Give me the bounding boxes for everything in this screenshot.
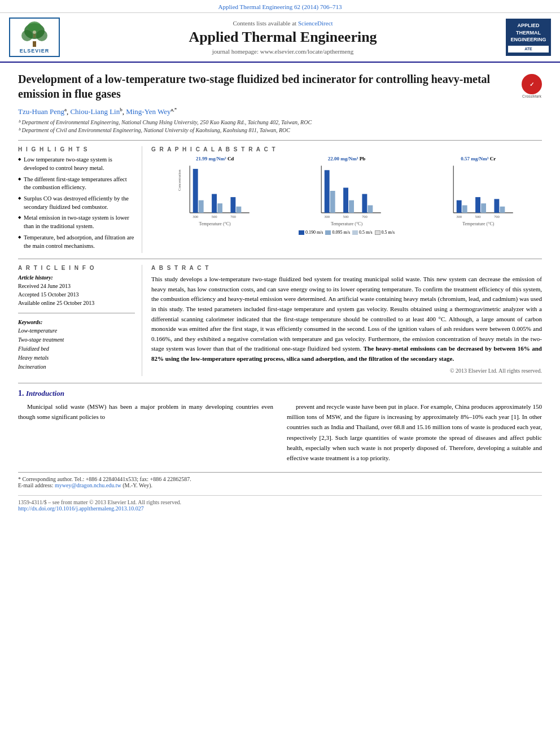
affiliation-a: ᵇ Department of Environmental Engineerin… [18, 119, 542, 126]
svg-text:500: 500 [212, 215, 218, 219]
article-info-section: A R T I C L E I N F O Article history: R… [18, 265, 142, 376]
svg-rect-14 [236, 207, 241, 213]
svg-rect-22 [330, 191, 335, 213]
doi-line: http://dx.doi.org/10.1016/j.applthermale… [18, 505, 542, 512]
svg-text:300: 300 [193, 215, 199, 219]
journal-homepage: journal homepage: www.elsevier.com/locat… [65, 48, 500, 55]
article-history-group: Article history: Received 24 June 2013 A… [18, 274, 135, 307]
cr-peak-label: 0.57 mg/Nm³ [461, 156, 488, 161]
affiliation-b: ᵇ Department of Civil and Environmental … [18, 126, 542, 134]
legend-swatch-2 [325, 230, 331, 235]
legend-item-4: 0.5 m/s [375, 230, 395, 235]
highlight-item: Metal emission in two-stage system is lo… [18, 214, 135, 230]
email-link[interactable]: mywey@dragon.nchu.edu.tw [55, 482, 121, 488]
doi-link[interactable]: http://dx.doi.org/10.1016/j.applthermale… [18, 505, 144, 512]
chart-pb: 22.00 mg/Nm³ Pb [283, 156, 410, 226]
legend-item-3: 0.5 m/s [352, 230, 373, 235]
article-title-block: ✓ CrossMark Development of a low-tempera… [18, 72, 542, 101]
thumb-line-3: ENGINEERING [508, 36, 549, 43]
highlight-item: Low temperature two-stage system is deve… [18, 156, 135, 172]
crossmark-badge[interactable]: ✓ CrossMark [522, 74, 542, 98]
svg-rect-9 [193, 169, 198, 213]
svg-rect-23 [343, 188, 348, 213]
svg-point-4 [28, 21, 41, 32]
intro-col-left: Municipal solid waste (MSW) has been a m… [18, 401, 273, 463]
received-date: Received 24 June 2013 [18, 282, 135, 290]
keyword-3: Fluidized bed [18, 344, 135, 353]
affiliations: ᵇ Department of Environmental Engineerin… [18, 119, 542, 134]
svg-rect-25 [362, 194, 368, 213]
legend-item-1: 0.190 m/s [299, 230, 323, 235]
journal-thumbnail: APPLIED THERMAL ENGINEERING ATE [506, 19, 551, 56]
highlight-item: Temperature, bed adsorption, and filtrat… [18, 234, 135, 250]
intro-right-para: prevent and recycle waste have been put … [287, 401, 542, 463]
journal-header: ELSEVIER Contents lists available at Sci… [0, 13, 560, 63]
introduction-section: 1. Introduction Municipal solid waste (M… [18, 383, 542, 463]
svg-rect-37 [500, 207, 505, 213]
legend-item-2: 0.095 m/s [325, 230, 350, 235]
thumb-line-1: APPLIED [508, 22, 549, 29]
legend-swatch-3 [352, 230, 358, 235]
svg-rect-26 [368, 206, 373, 213]
chart-cd: 21.99 mg/Nm³ Cd [151, 156, 278, 226]
article-title: Development of a low-temperature two-sta… [18, 72, 542, 101]
section-number: 1. Introduction [18, 389, 542, 398]
keywords-group: Keywords: Low-temperature Two-stage trea… [18, 319, 135, 372]
svg-text:500: 500 [475, 215, 481, 219]
crossmark-label: CrossMark [522, 94, 542, 98]
keyword-4: Heavy metals [18, 353, 135, 362]
svg-rect-36 [494, 199, 499, 213]
svg-rect-11 [212, 194, 217, 213]
available-date: Available online 25 October 2013 [18, 299, 135, 307]
svg-text:500: 500 [343, 215, 349, 219]
journal-reference-bar: Applied Thermal Engineering 62 (2014) 70… [0, 0, 560, 13]
email-note: E-mail address: mywey@dragon.nchu.edu.tw… [18, 482, 542, 488]
cd-x-label: Temperature (°C) [151, 221, 278, 226]
pb-peak-label: 22.00 mg/Nm³ [328, 156, 358, 161]
chart-legend: 0.190 m/s 0.095 m/s 0.5 m/s 0.5 m/s [151, 230, 542, 235]
svg-text:300: 300 [456, 215, 462, 219]
keywords-list: Low-temperature Two-stage treatment Flui… [18, 326, 135, 372]
svg-rect-34 [475, 197, 480, 213]
author-lin[interactable]: Chiou-Liang Lin [70, 107, 120, 116]
abstract-body: This study develops a low-temperature tw… [151, 276, 542, 352]
pb-x-label: Temperature (°C) [283, 221, 410, 226]
svg-rect-13 [230, 197, 235, 213]
highlights-label: H I G H L I G H T S [18, 146, 135, 152]
svg-rect-3 [33, 41, 36, 47]
journal-header-center: Contents lists available at ScienceDirec… [65, 20, 500, 55]
svg-text:700: 700 [230, 215, 237, 219]
elsevier-logo: ELSEVIER [9, 18, 60, 57]
pb-element: Pb [360, 156, 366, 161]
sciencedirect-link[interactable]: ScienceDirect [298, 20, 333, 27]
article-info-abstract-row: A R T I C L E I N F O Article history: R… [18, 259, 542, 376]
footnote-area: * Corresponding author. Tel.: +886 4 228… [18, 472, 542, 488]
svg-point-2 [36, 30, 47, 41]
graphical-abstract-section: G R A P H I C A L A B S T R A C T 21.99 … [151, 146, 542, 253]
intro-col-right: prevent and recycle waste have been put … [287, 401, 542, 463]
svg-text:700: 700 [362, 215, 368, 219]
author-peng[interactable]: Tzu-Huan Peng [18, 107, 64, 116]
svg-point-5 [33, 30, 36, 34]
cr-chart-svg: 300 500 700 [415, 163, 542, 219]
corresponding-author-note: * Corresponding author. Tel.: +886 4 228… [18, 476, 542, 482]
cd-peak-label: 21.99 mg/Nm³ [196, 156, 226, 161]
pb-chart-svg: 300 500 700 [283, 163, 410, 219]
bottom-bar: 1359-4311/$ – see front matter © 2013 El… [18, 495, 542, 512]
graphical-abstract-label: G R A P H I C A L A B S T R A C T [151, 146, 542, 152]
svg-rect-33 [462, 206, 467, 213]
issn-line: 1359-4311/$ – see front matter © 2013 El… [18, 499, 542, 505]
journal-title: Applied Thermal Engineering [65, 29, 500, 46]
elsevier-wordmark: ELSEVIER [20, 48, 50, 54]
highlights-section: H I G H L I G H T S Low temperature two-… [18, 146, 142, 253]
keyword-5: Incineration [18, 362, 135, 372]
abstract-text: This study develops a low-temperature tw… [151, 274, 542, 364]
abstract-label: A B S T R A C T [151, 265, 542, 271]
accepted-date: Accepted 15 October 2013 [18, 290, 135, 299]
intro-columns: Municipal solid waste (MSW) has been a m… [18, 401, 542, 463]
svg-rect-12 [217, 204, 222, 213]
journal-ref-text: Applied Thermal Engineering 62 (2014) 70… [218, 3, 342, 10]
highlight-item: The different first-stage temperatures a… [18, 176, 135, 192]
author-wey[interactable]: Ming-Yen Wey [126, 107, 170, 116]
svg-rect-35 [481, 204, 486, 213]
